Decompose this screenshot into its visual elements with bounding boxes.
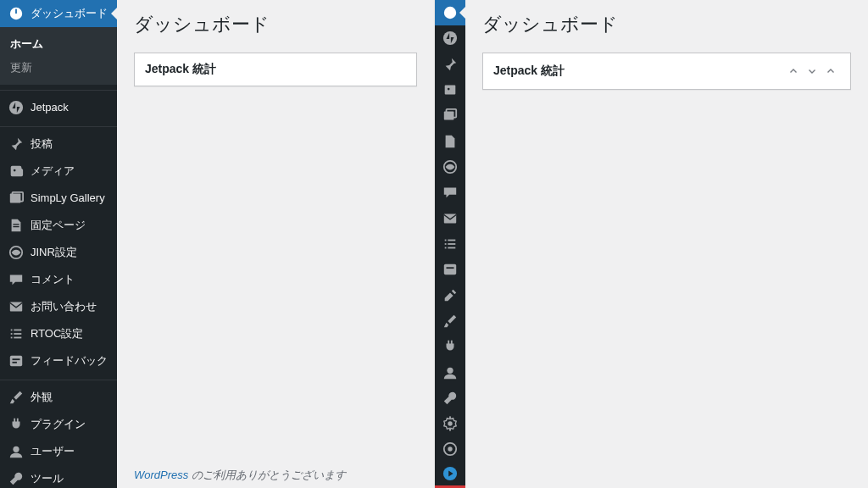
- menu-rtoc-label: RTOC設定: [31, 326, 83, 341]
- svg-rect-45: [445, 247, 447, 249]
- mail-icon: [8, 299, 24, 314]
- menu-plugins-label: プラグイン: [31, 417, 86, 432]
- media-icon: [8, 164, 24, 179]
- menu-pages[interactable]: [435, 129, 465, 154]
- content-area: ダッシュボード Jetpack 統計: [465, 0, 868, 488]
- svg-point-52: [448, 447, 452, 452]
- widget-title: Jetpack 統計: [493, 64, 565, 79]
- menu-media[interactable]: メディア: [0, 158, 117, 185]
- svg-point-31: [444, 7, 456, 19]
- menu-tools[interactable]: ツール: [0, 465, 117, 488]
- jetpack-icon: [8, 100, 24, 115]
- menu-posts[interactable]: [435, 52, 465, 77]
- svg-rect-48: [447, 268, 454, 269]
- menu-media[interactable]: [435, 77, 465, 103]
- footer-text: のご利用ありがとうございます: [188, 469, 346, 481]
- admin-sidebar-collapsed: [435, 0, 465, 488]
- svg-rect-9: [13, 226, 19, 227]
- svg-rect-13: [14, 330, 21, 331]
- menu-contact[interactable]: [435, 206, 465, 231]
- jetpack-stats-widget: Jetpack 統計: [134, 53, 417, 86]
- menu-contact[interactable]: お問い合わせ: [0, 293, 117, 320]
- svg-rect-43: [445, 243, 447, 245]
- menu-dashboard-label: ダッシュボード: [31, 6, 108, 21]
- menu-gallery[interactable]: [435, 103, 465, 128]
- svg-rect-47: [444, 264, 456, 275]
- pin-icon: [8, 136, 24, 152]
- menu-updraftplus[interactable]: [435, 436, 465, 462]
- menu-posts-label: 投稿: [31, 136, 53, 152]
- widget-header[interactable]: Jetpack 統計: [483, 53, 850, 89]
- svg-rect-15: [14, 333, 21, 335]
- svg-rect-18: [10, 356, 22, 367]
- menu-feedback[interactable]: フィードバック: [0, 347, 117, 374]
- feedback-icon: [8, 353, 24, 369]
- menu-plugins[interactable]: プラグイン: [0, 411, 117, 438]
- svg-rect-16: [11, 337, 13, 339]
- menu-tools-label: ツール: [31, 471, 64, 486]
- admin-footer: WordPress のご利用ありがとうございます: [117, 463, 434, 488]
- svg-point-2: [9, 101, 23, 114]
- menu-jinr[interactable]: [435, 154, 465, 180]
- menu-simply-gallery[interactable]: SimpLy Gallery: [0, 185, 117, 212]
- menu-posts[interactable]: 投稿: [0, 130, 117, 158]
- menu-rtoc[interactable]: RTOC設定: [0, 320, 117, 347]
- menu-play[interactable]: [435, 463, 465, 488]
- menu-plugins[interactable]: [435, 334, 465, 359]
- menu-appearance-label: 外観: [31, 390, 53, 405]
- menu-pages-label: 固定ページ: [31, 218, 86, 233]
- svg-rect-37: [444, 112, 454, 120]
- svg-rect-8: [13, 224, 19, 225]
- tool-icon: [8, 471, 24, 486]
- gallery-icon: [8, 191, 24, 206]
- menu-jetpack[interactable]: [435, 25, 465, 51]
- menu-jetpack[interactable]: Jetpack: [0, 94, 117, 121]
- list-icon: [8, 326, 24, 341]
- user-icon: [8, 444, 24, 459]
- menu-dashboard[interactable]: ダッシュボード: [0, 0, 117, 27]
- submenu-dashboard: ホーム 更新: [0, 27, 117, 85]
- menu-feedback[interactable]: [435, 257, 465, 282]
- menu-users[interactable]: ユーザー: [0, 438, 117, 465]
- plugin-icon: [8, 417, 24, 432]
- svg-rect-44: [448, 243, 455, 245]
- menu-eyedrop[interactable]: [435, 282, 465, 308]
- submenu-updates[interactable]: 更新: [0, 56, 117, 80]
- jetpack-stats-widget: Jetpack 統計: [482, 53, 851, 90]
- menu-comments[interactable]: [435, 180, 465, 205]
- svg-point-32: [443, 31, 457, 45]
- svg-point-49: [447, 367, 453, 373]
- menu-settings[interactable]: [435, 411, 465, 436]
- widget-toggle-icon[interactable]: [821, 62, 840, 80]
- content-area: ダッシュボード Jetpack 統計 WordPress のご利用ありがとうござ…: [117, 0, 434, 488]
- menu-jinr[interactable]: JINR設定: [0, 239, 117, 266]
- dashboard-icon: [8, 6, 24, 21]
- svg-rect-19: [13, 358, 20, 360]
- svg-rect-35: [445, 86, 456, 95]
- menu-dashboard[interactable]: [435, 0, 465, 25]
- menu-simply-gallery-label: SimpLy Gallery: [31, 191, 105, 206]
- menu-users[interactable]: [435, 359, 465, 385]
- page-title: ダッシュボード: [465, 0, 868, 46]
- menu-comments[interactable]: コメント: [0, 266, 117, 293]
- svg-point-21: [13, 446, 19, 452]
- svg-rect-1: [15, 9, 17, 14]
- svg-point-36: [448, 88, 450, 91]
- submenu-home[interactable]: ホーム: [0, 32, 117, 56]
- svg-point-5: [14, 169, 16, 172]
- menu-appearance[interactable]: 外観: [0, 384, 117, 411]
- jinr-icon: [8, 245, 24, 260]
- footer-wordpress-link[interactable]: WordPress: [134, 469, 188, 481]
- menu-rtoc[interactable]: [435, 231, 465, 257]
- svg-point-50: [448, 421, 452, 425]
- page-icon: [8, 218, 24, 233]
- widget-move-down-icon[interactable]: [803, 62, 821, 80]
- widget-move-up-icon[interactable]: [784, 62, 803, 80]
- menu-media-label: メディア: [31, 164, 75, 179]
- svg-rect-11: [10, 302, 22, 312]
- menu-appearance[interactable]: [435, 308, 465, 334]
- brush-icon: [8, 390, 24, 405]
- widget-header[interactable]: Jetpack 統計: [135, 53, 416, 86]
- menu-tools[interactable]: [435, 385, 465, 411]
- menu-pages[interactable]: 固定ページ: [0, 212, 117, 239]
